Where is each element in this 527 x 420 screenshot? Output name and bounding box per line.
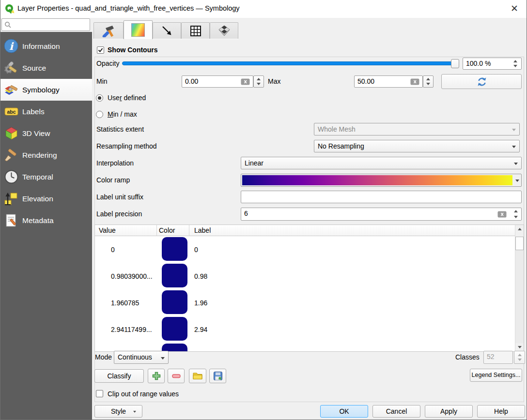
min-spin-buttons[interactable] — [253, 75, 264, 88]
tabbar-baseline — [93, 39, 238, 39]
refresh-icon — [477, 76, 487, 87]
cancel-button[interactable]: Cancel — [372, 405, 420, 418]
scrollbar-track[interactable] — [515, 250, 524, 343]
opacity-spin-up[interactable] — [513, 60, 517, 62]
grid-icon — [189, 25, 202, 37]
opacity-slider-handle[interactable] — [451, 59, 459, 68]
opacity-slider[interactable] — [122, 61, 459, 65]
color-swatch[interactable] — [162, 290, 187, 314]
remove-class-button[interactable] — [168, 369, 185, 383]
clear-min-icon[interactable] — [241, 78, 250, 85]
save-icon — [213, 371, 223, 381]
tab-table[interactable] — [181, 22, 210, 39]
user-defined-radio[interactable] — [96, 94, 103, 102]
layer-properties-dialog: Layer Properties - quad_and_triangle_wit… — [0, 0, 527, 420]
opacity-spin-down[interactable] — [513, 65, 517, 67]
show-contours-checkbox[interactable] — [97, 46, 104, 54]
chevron-down-icon — [514, 163, 518, 165]
sidebar-item-source[interactable]: Source — [0, 57, 92, 79]
legend-settings-button[interactable]: Legend Settings... — [470, 369, 522, 382]
close-button[interactable]: ✕ — [505, 0, 524, 17]
add-class-button[interactable] — [148, 369, 165, 383]
color-swatch[interactable] — [162, 264, 187, 287]
min-label: Min — [96, 76, 108, 86]
classes-spin-buttons[interactable] — [514, 351, 525, 364]
sidebar-item-elevation[interactable]: Elevation — [0, 188, 92, 210]
sidebar-item-temporal[interactable]: Temporal — [0, 166, 92, 188]
clip-label: Clip out of range values — [108, 389, 179, 399]
source-icon — [3, 60, 19, 76]
apply-button[interactable]: Apply — [425, 405, 473, 418]
max-label: Max — [268, 76, 280, 86]
resampling-method-combo[interactable]: No Resampling — [314, 140, 520, 152]
metadata-icon — [3, 212, 19, 228]
min-input[interactable]: 0.00 — [182, 75, 253, 88]
label-precision-label: Label precision — [96, 209, 142, 219]
color-swatch[interactable] — [162, 317, 187, 341]
sidebar-search-input[interactable] — [1, 18, 90, 31]
sidebar-item-information[interactable]: i Information — [0, 35, 92, 57]
opacity-spinbox[interactable]: 100.0 % — [463, 58, 522, 70]
sidebar-item-rendering[interactable]: Rendering — [0, 144, 92, 166]
chevron-down-icon — [512, 129, 516, 131]
tab-mesh-frame[interactable] — [153, 22, 181, 39]
max-spin-buttons[interactable] — [423, 75, 434, 88]
column-header-value[interactable]: Value — [95, 225, 157, 236]
classify-button[interactable]: Classify — [94, 369, 144, 383]
tab-symbology[interactable] — [124, 20, 153, 39]
classes-label: Classes — [455, 352, 480, 362]
precision-spin-up[interactable] — [514, 210, 518, 212]
tab-general[interactable] — [93, 22, 124, 39]
tools-icon — [102, 25, 115, 37]
help-button[interactable]: Help — [477, 405, 525, 418]
info-icon: i — [3, 38, 19, 54]
interpolation-combo[interactable]: Linear — [241, 157, 522, 169]
clear-max-icon[interactable] — [410, 78, 419, 85]
window-title: Layer Properties - quad_and_triangle_wit… — [17, 0, 240, 18]
statistics-extent-label: Statistics extent — [96, 124, 144, 134]
statistics-extent-combo[interactable]: Whole Mesh — [314, 123, 520, 135]
color-ramp-button[interactable] — [241, 174, 522, 187]
label-unit-suffix-input[interactable] — [241, 191, 522, 203]
color-swatch[interactable] — [162, 237, 187, 261]
mode-combo[interactable]: Continuous — [114, 351, 169, 364]
sidebar-item-labels[interactable]: abc Labels — [0, 101, 92, 122]
3d-view-icon — [3, 125, 19, 141]
plus-icon — [152, 371, 161, 381]
ok-button[interactable]: OK — [320, 405, 368, 418]
label-precision-input[interactable]: 6 — [241, 208, 522, 221]
color-ramp-label: Color ramp — [96, 175, 130, 185]
show-contours-label: Show Contours — [108, 45, 157, 55]
save-color-map-button[interactable] — [209, 369, 226, 383]
classes-spinbox[interactable]: 52 — [483, 351, 513, 364]
tab-rendering[interactable] — [210, 22, 238, 39]
precision-spin-down[interactable] — [514, 216, 518, 218]
reload-min-max-button[interactable] — [441, 74, 522, 89]
sidebar-item-metadata[interactable]: Metadata — [0, 210, 92, 231]
title-bar: Layer Properties - quad_and_triangle_wit… — [0, 0, 527, 18]
chevron-down-icon — [161, 357, 165, 360]
scroll-down-icon[interactable] — [515, 343, 524, 351]
check-icon — [97, 47, 104, 53]
sidebar-item-symbology[interactable]: Symbology — [0, 79, 92, 101]
clip-checkbox[interactable] — [96, 390, 103, 397]
arrow-icon — [161, 25, 173, 37]
search-icon — [4, 21, 12, 29]
mode-label: Mode — [95, 352, 112, 362]
sidebar-item-3d-view[interactable]: 3D View — [0, 122, 92, 144]
labels-icon: abc — [3, 104, 19, 120]
scroll-up-icon[interactable] — [515, 225, 524, 233]
column-header-color[interactable]: Color — [157, 225, 189, 236]
max-input[interactable]: 50.00 — [354, 75, 423, 88]
chevron-down-icon — [515, 180, 519, 182]
clear-precision-icon[interactable] — [497, 211, 507, 218]
interpolation-label: Interpolation — [96, 158, 134, 168]
column-header-label[interactable]: Label — [189, 225, 515, 236]
scrollbar-thumb[interactable] — [515, 237, 524, 250]
temporal-icon — [3, 169, 19, 185]
style-button[interactable]: Style — [94, 405, 142, 418]
table-scrollbar[interactable] — [515, 225, 524, 351]
user-defined-label: User defined — [108, 93, 146, 103]
load-color-map-button[interactable] — [189, 369, 206, 383]
min-max-radio[interactable] — [96, 111, 103, 118]
